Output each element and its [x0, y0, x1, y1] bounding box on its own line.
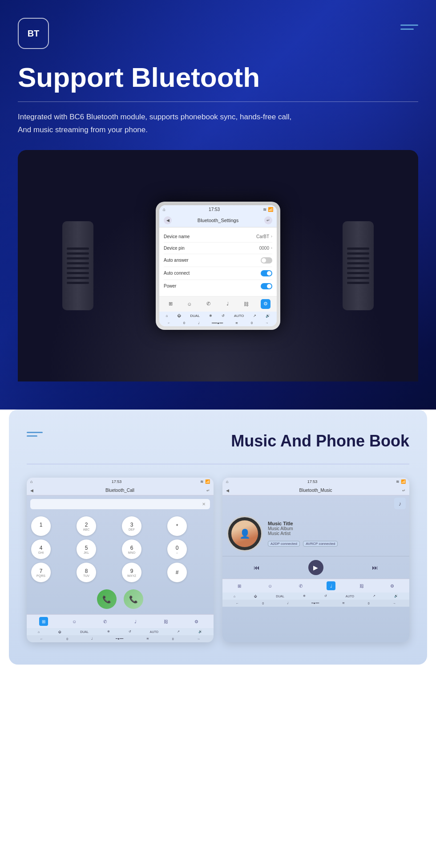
call-back-btn[interactable]: ◀: [30, 488, 33, 493]
prev-track-btn[interactable]: ⏮: [249, 560, 264, 575]
tab-phone[interactable]: ✆: [204, 299, 214, 309]
auto-answer-toggle[interactable]: [261, 257, 272, 264]
dial-9[interactable]: 9WXYZ: [122, 563, 141, 582]
play-btn[interactable]: ▶: [308, 560, 323, 575]
c-airflow[interactable]: ↗: [177, 630, 180, 633]
dial-5[interactable]: 5JKL: [77, 539, 96, 559]
fan-btn[interactable]: ❄: [209, 314, 212, 318]
home-btn[interactable]: ⌂: [166, 314, 168, 318]
defrost-btn[interactable]: ↺: [222, 314, 225, 318]
tab-settings[interactable]: ⚙: [261, 299, 270, 309]
dial-4[interactable]: 4GHI: [31, 539, 51, 559]
c-fan[interactable]: ❄: [107, 630, 110, 633]
auto-connect-toggle[interactable]: [261, 270, 272, 276]
tab-grid[interactable]: ⊞: [166, 299, 175, 309]
hero-divider: [18, 101, 418, 102]
c-power[interactable]: ⏻: [58, 630, 61, 633]
music-section: Music And Phone Book ⌂ 17:53 ≋ 📶 ◀ Bluet…: [9, 410, 427, 665]
music-back-btn[interactable]: ◀: [226, 488, 229, 493]
music-signal: ≋ 📶: [396, 479, 406, 484]
dial-3[interactable]: 3DEF: [122, 516, 141, 536]
power-row: Power: [164, 280, 272, 292]
music-tab-grid[interactable]: ⊞: [235, 581, 244, 590]
music-return-btn[interactable]: ↵: [402, 488, 406, 493]
c-defrost[interactable]: ↺: [129, 630, 131, 633]
hero-title: Support Bluetooth: [18, 62, 418, 93]
dial-6[interactable]: 6MNO: [122, 539, 141, 559]
music-tab-link[interactable]: ⛓: [357, 581, 366, 590]
clear-input-btn[interactable]: ✕: [202, 502, 206, 507]
call-tab-link[interactable]: ⛓: [161, 617, 170, 626]
dial-0[interactable]: 0–: [167, 539, 187, 559]
tab-contacts[interactable]: ☺: [185, 299, 194, 309]
power-toggle[interactable]: [261, 283, 272, 289]
arrow-right[interactable]: →: [266, 321, 269, 324]
next-track-btn[interactable]: ⏭: [367, 560, 383, 575]
music-tab-music[interactable]: ♩: [327, 581, 335, 590]
dial-hash[interactable]: #: [167, 563, 187, 582]
music-climate-bar2: ← 0 ♩ ━●━━ ≋ 0 →: [222, 600, 409, 607]
mc-home[interactable]: ⌂: [234, 595, 235, 598]
bluetooth-settings-content: Device name CarBT › Device pin 0000 › Au…: [159, 227, 277, 296]
menu-icon[interactable]: [400, 24, 418, 30]
c-home[interactable]: ⌂: [38, 630, 40, 633]
music-tab-settings[interactable]: ⚙: [388, 581, 397, 590]
airflow-btn[interactable]: ↗: [253, 314, 256, 318]
auto-answer-row: Auto answer: [164, 254, 272, 267]
left-vent: [62, 221, 93, 310]
temp-low: 0: [183, 321, 185, 324]
music-menu-icon[interactable]: [27, 432, 43, 437]
mc-defrost[interactable]: ↺: [324, 594, 327, 598]
call-return-btn[interactable]: ↵: [206, 488, 210, 493]
call-status-bar: ⌂ 17:53 ≋ 📶: [27, 478, 214, 486]
back-button[interactable]: ◀: [164, 216, 172, 224]
dial-star[interactable]: *: [167, 516, 187, 536]
call-tab-phone[interactable]: ✆: [101, 617, 109, 626]
screen-bottom-tabs: ⊞ ☺ ✆ ♩ ⛓ ⚙: [159, 296, 277, 312]
call-tab-contact[interactable]: ☺: [70, 617, 79, 626]
music-time: 17:53: [307, 479, 318, 484]
return-button[interactable]: ↵: [264, 216, 272, 224]
auto-btn[interactable]: AUTO: [234, 314, 244, 318]
music-info-title: Music Title: [268, 521, 405, 526]
c-vol[interactable]: 🔊: [198, 630, 202, 633]
call-red-btn[interactable]: 📞: [124, 589, 143, 609]
call-signal: ≋ 📶: [200, 479, 210, 484]
dial-1[interactable]: 1: [31, 516, 51, 536]
music-tab-contact[interactable]: ☺: [266, 581, 275, 590]
music-badges: A2DP connected AVRCP connected: [268, 539, 405, 547]
speed-icon: ≋: [235, 321, 238, 325]
music-note-icon[interactable]: ♪: [394, 498, 406, 509]
temp-slider[interactable]: ━━━●━━: [212, 321, 222, 325]
album-art-inner: 👤: [231, 520, 258, 547]
tab-music[interactable]: ♩: [222, 299, 232, 309]
arrow-left[interactable]: ←: [167, 321, 170, 324]
dial-2[interactable]: 2ABC: [77, 516, 96, 536]
call-tab-grid[interactable]: ⊞: [39, 617, 48, 626]
music-divider: [27, 464, 409, 464]
dial-7[interactable]: 7PQRS: [31, 563, 51, 582]
mc-auto: AUTO: [346, 595, 354, 598]
call-green-btn[interactable]: 📞: [97, 589, 117, 609]
power-btn[interactable]: ⏻: [177, 314, 181, 318]
dial-8[interactable]: 8TUV: [77, 563, 96, 582]
music-home-icon: ⌂: [226, 479, 228, 484]
tab-link[interactable]: ⛓: [242, 299, 251, 309]
call-input-bar: ✕: [30, 499, 210, 509]
mc-power[interactable]: ⏻: [254, 595, 257, 598]
vol-btn[interactable]: 🔊: [266, 314, 270, 318]
music-note-bar: ♪: [222, 495, 409, 511]
mc-fan[interactable]: ❄: [303, 594, 306, 598]
music-tab-phone[interactable]: ✆: [296, 581, 305, 590]
call-tab-music[interactable]: ♩: [131, 617, 140, 626]
dual-btn[interactable]: DUAL: [190, 314, 200, 318]
call-screen-title: Bluetooth_Call: [33, 488, 206, 493]
call-tab-settings[interactable]: ⚙: [192, 617, 201, 626]
music-info: Music Title Music Album Music Artist A2D…: [268, 521, 405, 547]
mc-airflow[interactable]: ↗: [373, 594, 375, 598]
call-time: 17:53: [112, 479, 122, 484]
c-auto: AUTO: [150, 630, 158, 633]
music-controls: ⏮ ▶ ⏭: [222, 556, 409, 579]
mc-vol[interactable]: 🔊: [394, 594, 398, 598]
screen-bezel: ⌂ 17:53 ≋ 📶 ◀ Bluetooth_Settings ↵: [156, 202, 280, 330]
